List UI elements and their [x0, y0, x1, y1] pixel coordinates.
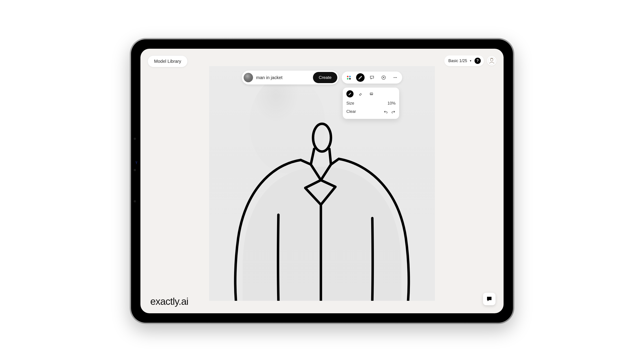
aspect-ratio-button[interactable] — [344, 73, 353, 82]
download-button[interactable] — [380, 73, 388, 82]
prompt-pill: Create — [242, 71, 338, 84]
canvas-background-image — [209, 66, 435, 301]
pen-tool[interactable] — [346, 90, 354, 97]
chevron-down-icon: ▼ — [469, 59, 472, 62]
brand-logo: exactly.ai — [150, 296, 188, 307]
app-screen: Model Library Basic 1/25 ▼ ? — [140, 49, 504, 313]
canvas[interactable] — [209, 66, 435, 301]
model-thumbnail[interactable] — [244, 73, 253, 82]
ipad-frame: ⊤ Model Library Basic 1/25 ▼ ? — [130, 38, 514, 324]
prompt-bar: Create — [242, 71, 402, 84]
size-row: Size 10% — [346, 99, 396, 107]
chat-icon — [486, 296, 492, 302]
svg-point-8 — [396, 77, 397, 78]
tool-pill — [342, 71, 402, 84]
more-icon — [393, 75, 398, 80]
ipad-indicator: ⊤ — [135, 161, 138, 165]
speech-bubble-icon — [370, 75, 374, 80]
pencil-icon — [358, 75, 363, 80]
clear-button[interactable]: Clear — [346, 109, 356, 114]
ipad-side-buttons — [134, 138, 136, 202]
size-value: 10% — [388, 101, 396, 106]
redo-button[interactable] — [391, 109, 396, 114]
chat-tool-button[interactable] — [368, 73, 376, 82]
plan-selector[interactable]: Basic 1/25 ▼ ? — [444, 55, 484, 66]
draw-panel: Size 10% Clear — [343, 88, 399, 119]
user-avatar[interactable] — [487, 56, 496, 65]
eraser-icon — [359, 92, 363, 96]
draw-button[interactable] — [356, 73, 365, 82]
pen-icon — [348, 92, 352, 96]
chat-button[interactable] — [483, 293, 496, 305]
help-button[interactable]: ? — [474, 58, 481, 64]
model-library-button[interactable]: Model Library — [148, 55, 188, 67]
ipad-bezel: ⊤ Model Library Basic 1/25 ▼ ? — [131, 39, 513, 323]
image-icon — [370, 92, 374, 96]
create-button[interactable]: Create — [313, 72, 337, 83]
svg-point-3 — [249, 75, 325, 173]
more-button[interactable] — [391, 73, 400, 82]
svg-point-7 — [395, 77, 396, 78]
prompt-input[interactable] — [256, 75, 310, 80]
avatar-icon — [488, 57, 496, 64]
size-label: Size — [346, 101, 354, 106]
download-icon — [381, 75, 386, 80]
draw-tools-row — [346, 90, 396, 97]
eraser-tool[interactable] — [357, 90, 364, 97]
image-tool[interactable] — [368, 90, 375, 97]
plan-label: Basic 1/25 — [448, 58, 467, 63]
undo-button[interactable] — [384, 109, 388, 114]
clear-row: Clear — [346, 107, 396, 116]
svg-point-6 — [394, 77, 394, 78]
color-grid-icon — [347, 76, 350, 79]
top-right-controls: Basic 1/25 ▼ ? — [444, 55, 496, 66]
